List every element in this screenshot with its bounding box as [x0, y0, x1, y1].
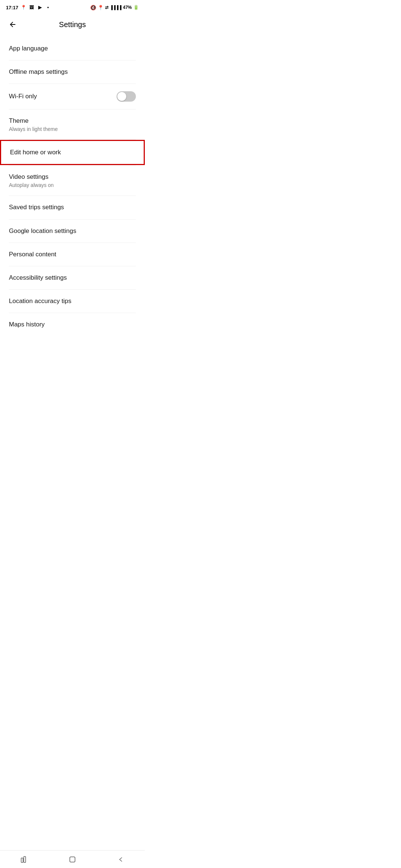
location-accuracy-label: Location accuracy tips — [9, 297, 71, 305]
app-language-label: App language — [9, 45, 48, 53]
location-icon: 📍 — [20, 4, 26, 10]
settings-list: App language Offline maps settings Wi-Fi… — [0, 37, 145, 358]
top-nav: Settings — [0, 13, 145, 37]
toggle-knob — [117, 92, 126, 101]
status-bar: 17:17 📍 🖼 ▶ • 🔇 📍 ⇄ ▐▐▐▐ 47% 🔋 — [0, 0, 145, 13]
gps-icon: 📍 — [98, 5, 104, 10]
photo-icon: 🖼 — [29, 4, 35, 10]
maps-history-label: Maps history — [9, 320, 45, 329]
sync-icon: ⇄ — [105, 5, 108, 10]
settings-item-edit-home-work[interactable]: Edit home or work — [0, 140, 145, 165]
wifi-only-label: Wi-Fi only — [9, 92, 37, 101]
video-settings-sublabel: Autoplay always on — [9, 182, 54, 188]
status-indicators: 🔇 📍 ⇄ ▐▐▐▐ 47% 🔋 — [90, 5, 139, 10]
settings-item-location-accuracy[interactable]: Location accuracy tips — [0, 290, 145, 313]
settings-item-theme[interactable]: Theme Always in light theme — [0, 109, 145, 139]
video-icon: ▶ — [37, 4, 43, 10]
signal-icon: ▐▐▐▐ — [110, 5, 121, 10]
personal-content-label: Personal content — [9, 250, 56, 259]
settings-item-app-language[interactable]: App language — [0, 37, 145, 60]
battery-text: 47% — [123, 5, 132, 10]
settings-item-wifi-only[interactable]: Wi-Fi only — [0, 84, 145, 109]
settings-item-offline-maps[interactable]: Offline maps settings — [0, 60, 145, 83]
settings-item-accessibility[interactable]: Accessibility settings — [0, 266, 145, 289]
video-settings-label: Video settings — [9, 173, 48, 180]
offline-maps-label: Offline maps settings — [9, 68, 68, 76]
mute-icon: 🔇 — [90, 5, 96, 10]
status-time: 17:17 📍 🖼 ▶ • — [6, 4, 51, 10]
battery-icon: 🔋 — [133, 5, 139, 10]
settings-item-personal-content[interactable]: Personal content — [0, 243, 145, 266]
settings-item-maps-history[interactable]: Maps history — [0, 313, 145, 358]
saved-trips-label: Saved trips settings — [9, 203, 64, 211]
settings-item-video[interactable]: Video settings Autoplay always on — [0, 165, 145, 195]
page-title: Settings — [19, 20, 125, 29]
google-location-label: Google location settings — [9, 227, 76, 235]
settings-item-google-location[interactable]: Google location settings — [0, 220, 145, 243]
settings-item-saved-trips[interactable]: Saved trips settings — [0, 196, 145, 219]
theme-sublabel: Always in light theme — [9, 126, 58, 132]
accessibility-label: Accessibility settings — [9, 274, 67, 282]
edit-home-work-label: Edit home or work — [10, 148, 61, 157]
back-button[interactable] — [6, 18, 19, 31]
time-text: 17:17 — [6, 5, 18, 10]
theme-label: Theme — [9, 117, 29, 124]
dot-icon: • — [45, 4, 51, 10]
wifi-only-toggle[interactable] — [117, 91, 136, 102]
